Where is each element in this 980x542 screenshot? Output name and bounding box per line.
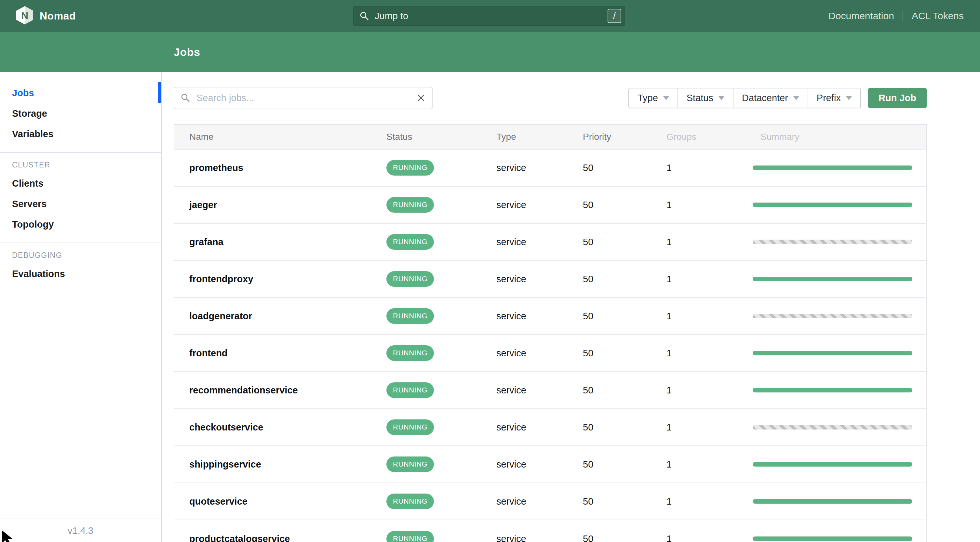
status-badge: RUNNING <box>387 271 434 287</box>
filter-label: Datacenter <box>742 93 788 103</box>
job-groups: 1 <box>667 274 752 285</box>
table-row-loadgenerator[interactable]: loadgeneratorRUNNINGservice501 <box>174 298 926 335</box>
job-priority: 50 <box>583 534 667 542</box>
table-row-quoteservice[interactable]: quoteserviceRUNNINGservice501 <box>174 483 926 520</box>
job-summary-cell <box>752 240 912 244</box>
filter-status-dropdown[interactable]: Status <box>678 89 733 108</box>
column-header-groups[interactable]: Groups <box>667 132 752 142</box>
column-header-status[interactable]: Status <box>387 132 496 142</box>
summary-bar-solid <box>752 388 912 393</box>
job-type: service <box>496 311 583 321</box>
sidebar-item-clients[interactable]: Clients <box>0 173 161 194</box>
filter-toolbar: TypeStatusDatacenterPrefix Run Job <box>628 88 927 108</box>
search-icon <box>181 93 190 102</box>
active-item-indicator <box>158 82 161 103</box>
status-badge: RUNNING <box>387 382 434 398</box>
column-header-summary[interactable]: Summary <box>752 132 912 142</box>
table-row-productcatalogservice[interactable]: productcatalogserviceRUNNINGservice501 <box>174 520 926 542</box>
job-name: shippingservice <box>189 459 387 470</box>
sidebar-nav: JobsStorageVariablesCLUSTERClientsServer… <box>0 83 161 284</box>
job-groups: 1 <box>667 200 752 210</box>
column-header-type[interactable]: Type <box>496 132 583 142</box>
filter-type-dropdown[interactable]: Type <box>629 89 678 108</box>
column-header-priority[interactable]: Priority <box>583 132 667 142</box>
job-summary-cell <box>752 425 912 429</box>
jump-to-input[interactable] <box>353 6 625 26</box>
status-badge: RUNNING <box>387 531 434 542</box>
column-header-name[interactable]: Name <box>189 132 387 142</box>
job-type: service <box>496 385 583 396</box>
sidebar-item-storage[interactable]: Storage <box>0 103 161 124</box>
sidebar-section-heading-cluster: CLUSTER <box>12 161 161 169</box>
table-row-recommendationservice[interactable]: recommendationserviceRUNNINGservice501 <box>174 372 926 409</box>
job-type: service <box>496 274 583 285</box>
job-name: quoteservice <box>189 496 387 507</box>
job-status-cell: RUNNING <box>387 456 496 472</box>
job-name: grafana <box>189 237 387 248</box>
job-status-cell: RUNNING <box>387 197 496 213</box>
job-status-cell: RUNNING <box>387 382 496 398</box>
sidebar-item-servers[interactable]: Servers <box>0 194 161 214</box>
chevron-down-icon <box>846 96 852 100</box>
table-header: NameStatusTypePriorityGroupsSummary <box>174 125 926 149</box>
table-row-prometheus[interactable]: prometheusRUNNINGservice501 <box>174 149 926 187</box>
filter-label: Status <box>687 93 713 103</box>
sidebar-item-jobs[interactable]: Jobs <box>0 83 161 103</box>
nomad-brand[interactable]: N Nomad <box>0 6 76 26</box>
sidebar-item-evaluations[interactable]: Evaluations <box>0 264 161 284</box>
status-badge: RUNNING <box>387 197 434 213</box>
filter-prefix-dropdown[interactable]: Prefix <box>808 89 860 108</box>
table-row-frontendproxy[interactable]: frontendproxyRUNNINGservice501 <box>174 261 926 298</box>
job-name: loadgenerator <box>189 311 387 321</box>
table-row-grafana[interactable]: grafanaRUNNINGservice501 <box>174 224 926 261</box>
job-name: frontend <box>189 348 387 359</box>
job-priority: 50 <box>583 274 667 285</box>
documentation-link[interactable]: Documentation <box>829 10 894 21</box>
table-row-frontend[interactable]: frontendRUNNINGservice501 <box>174 335 926 372</box>
run-job-button[interactable]: Run Job <box>868 88 927 108</box>
brand-name: Nomad <box>40 10 76 22</box>
status-badge: RUNNING <box>387 345 434 361</box>
sidebar-item-topology[interactable]: Topology <box>0 214 161 235</box>
table-row-shippingservice[interactable]: shippingserviceRUNNINGservice501 <box>174 446 926 483</box>
summary-bar-striped <box>752 240 912 244</box>
table-body: prometheusRUNNINGservice501jaegerRUNNING… <box>174 149 926 542</box>
search-icon <box>360 11 369 21</box>
job-type: service <box>496 237 583 248</box>
summary-bar-solid <box>752 499 912 504</box>
job-groups: 1 <box>667 237 752 248</box>
status-badge: RUNNING <box>387 160 434 176</box>
svg-text:N: N <box>21 10 28 21</box>
job-status-cell: RUNNING <box>387 160 496 176</box>
table-row-jaeger[interactable]: jaegerRUNNINGservice501 <box>174 187 926 224</box>
job-status-cell: RUNNING <box>387 308 496 324</box>
job-priority: 50 <box>583 348 667 359</box>
filter-label: Type <box>638 93 658 103</box>
status-badge: RUNNING <box>387 234 434 250</box>
navbar-links: Documentation ACL Tokens <box>829 0 964 32</box>
sidebar-item-variables[interactable]: Variables <box>0 124 161 145</box>
job-status-cell: RUNNING <box>387 271 496 287</box>
job-groups: 1 <box>667 422 752 433</box>
page-title: Jobs <box>174 46 200 59</box>
job-groups: 1 <box>667 385 752 396</box>
job-summary-cell <box>752 536 912 541</box>
job-type: service <box>496 422 583 433</box>
clear-search-icon[interactable] <box>416 93 425 102</box>
filter-datacenter-dropdown[interactable]: Datacenter <box>733 89 808 108</box>
job-priority: 50 <box>583 311 667 321</box>
sidebar-section-heading-debugging: DEBUGGING <box>12 251 161 260</box>
jobs-search <box>174 87 433 109</box>
job-name: jaeger <box>189 200 387 210</box>
page-header: Jobs <box>0 32 980 72</box>
acl-tokens-link[interactable]: ACL Tokens <box>912 10 964 21</box>
version-label: v1.4.3 <box>68 525 93 536</box>
table-row-checkoutservice[interactable]: checkoutserviceRUNNINGservice501 <box>174 409 926 446</box>
summary-bar-solid <box>752 462 912 467</box>
jobs-search-input[interactable] <box>174 87 433 109</box>
job-priority: 50 <box>583 385 667 396</box>
sidebar-item-label: Topology <box>12 219 54 230</box>
job-status-cell: RUNNING <box>387 420 496 435</box>
sidebar-item-label: Evaluations <box>12 269 65 279</box>
sidebar-item-label: Servers <box>12 199 46 210</box>
